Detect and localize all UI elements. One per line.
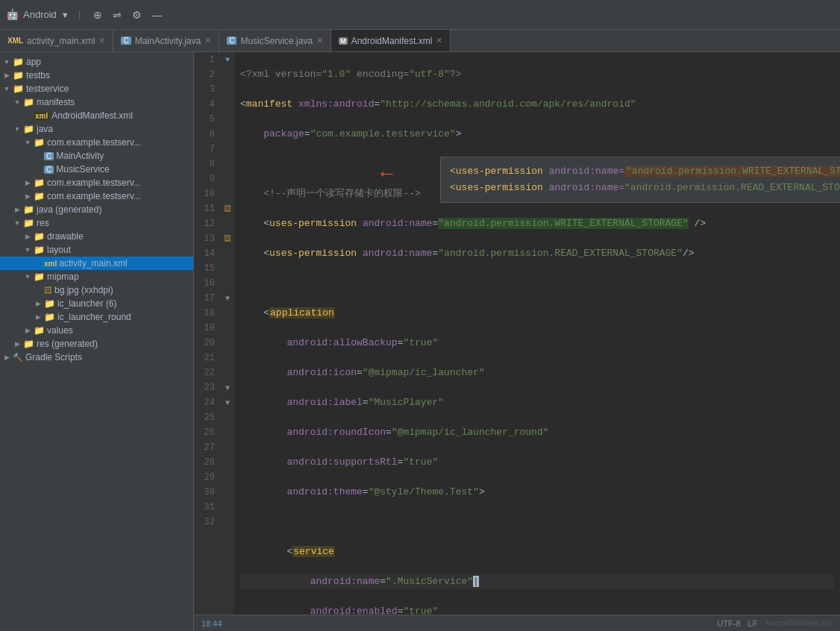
sidebar-item-java[interactable]: ▼ 📁 java: [0, 122, 193, 136]
arrow-app: ▼: [3, 58, 10, 66]
line-numbers: 12345 678910 1112131415 1617181920 21222…: [194, 52, 221, 615]
sidebar-item-res[interactable]: ▼ 📁 res: [0, 216, 193, 230]
activity-xml-icon: xml: [44, 260, 57, 268]
code-line-16: [240, 515, 834, 530]
sidebar-item-java-generated[interactable]: ▶ 📁 java (generated): [0, 203, 193, 216]
arrow-testbs: ▶: [3, 72, 10, 79]
code-line-19: android:enabled="true": [240, 604, 834, 615]
sidebar-item-app[interactable]: ▼ 📁 app: [0, 55, 193, 69]
code-line-3: package="com.example.testservice">: [240, 127, 834, 142]
code-line-17: <service: [240, 544, 834, 559]
arrow-java: ▼: [13, 125, 21, 133]
folder-icon-values: 📁: [34, 325, 45, 336]
sidebar-item-com-testserv1[interactable]: ▼ 📁 com.example.testserv...: [0, 136, 193, 149]
gutter-fold23[interactable]: ▼: [221, 380, 234, 395]
toolbar: 🤖 Android ▼ | ⊕ ⇌ ⚙ —: [0, 0, 840, 30]
sidebar-item-mipmap[interactable]: ▼ 📁 mipmap: [0, 270, 193, 283]
sidebar-label-gradle: Gradle Scripts: [25, 352, 82, 362]
sidebar-item-values[interactable]: ▶ 📁 values: [0, 324, 193, 337]
toolbar-sync-btn[interactable]: ⇌: [110, 7, 125, 22]
sidebar-label-testbs: testbs: [26, 70, 50, 81]
toolbar-settings-btn[interactable]: ⚙: [129, 7, 145, 22]
tab-android-manifest-label: AndroidManifest.xml: [351, 36, 433, 46]
sidebar-label-manifests: manifests: [37, 97, 75, 107]
sidebar-item-layout[interactable]: ▼ 📁 layout: [0, 243, 193, 257]
sidebar-label-android-manifest: AndroidManifest.xml: [51, 110, 133, 121]
folder-icon-mipmap: 📁: [34, 271, 45, 282]
tab-android-manifest[interactable]: M AndroidManifest.xml ✕: [331, 30, 451, 51]
sidebar-label-com1: com.example.testserv...: [47, 137, 141, 148]
sidebar-label-ic-launcher: ic_launcher (6): [57, 298, 116, 309]
folder-icon-java-gen: 📁: [23, 204, 34, 215]
toolbar-add-btn[interactable]: ⊕: [90, 7, 105, 22]
folder-icon-ic-launcher: 📁: [44, 298, 55, 309]
gutter-img11: 🖼: [221, 201, 234, 216]
sidebar-label-bg-jpg: bg.jpg (xxhdpi): [54, 285, 113, 295]
sidebar-item-testservice[interactable]: ▼ 📁 testservice: [0, 82, 193, 95]
gutter-fold-9[interactable]: ▼: [221, 52, 234, 67]
code-line-14: android:supportsRtl="true": [240, 455, 834, 470]
tab-activity-main-close[interactable]: ✕: [98, 36, 105, 45]
tab-main-activity[interactable]: C MainActivity.java ✕: [113, 30, 219, 51]
tab-java-main-icon: C: [121, 37, 131, 45]
tab-music-service[interactable]: C MusicService.java ✕: [219, 30, 331, 51]
tab-main-activity-close[interactable]: ✕: [204, 36, 211, 45]
sidebar-item-ic-launcher[interactable]: ▶ 📁 ic_launcher (6): [0, 297, 193, 310]
sidebar-item-android-manifest[interactable]: xml AndroidManifest.xml: [0, 109, 193, 122]
code-line-2: <manifest xmlns:android="http://schemas.…: [240, 97, 834, 112]
bg-jpg-icon: 🖼: [44, 286, 52, 295]
tab-java-music-icon: C: [227, 37, 236, 45]
editor-wrapper: → <uses-permission android:name="android…: [194, 52, 840, 615]
code-editor[interactable]: <?xml version="1.0" encoding="utf-8"?> <…: [234, 52, 840, 615]
sidebar-item-activity-main-xml[interactable]: xml activity_main.xml: [0, 257, 193, 270]
code-line-10: android:allowBackup="true": [240, 336, 834, 351]
folder-icon-res-gen: 📁: [23, 339, 34, 349]
gutter: ▼ 🖼 🖼 ▼: [221, 52, 234, 615]
arrow-res: ▼: [13, 219, 21, 227]
toolbar-dropdown-arrow[interactable]: ▼: [61, 10, 69, 19]
sidebar-item-main-activity[interactable]: C MainActivity: [0, 149, 193, 163]
sidebar-item-gradle[interactable]: ▶ 🔨 Gradle Scripts: [0, 351, 193, 364]
sidebar-item-testbs[interactable]: ▶ 📁 testbs: [0, 69, 193, 82]
code-line-11: android:icon="@mipmap/ic_launcher": [240, 365, 834, 380]
arrow-java-gen: ▶: [13, 206, 21, 213]
sidebar-item-res-generated[interactable]: ▶ 📁 res (generated): [0, 337, 193, 351]
status-bar: 18:44 UTF-8 LF AndroidManifest.xml: [194, 615, 840, 631]
gutter-fold17[interactable]: ▼: [221, 291, 234, 306]
sidebar-label-mipmap: mipmap: [47, 271, 79, 282]
folder-icon-layout: 📁: [34, 245, 45, 255]
sidebar-label-ic-launcher-round: ic_launcher_round: [57, 312, 131, 322]
sidebar-item-drawable[interactable]: ▶ 📁 drawable: [0, 230, 193, 243]
cursor-position: 18:44: [201, 619, 222, 628]
folder-icon-testbs: 📁: [13, 70, 24, 81]
status-linesep: LF: [748, 619, 758, 628]
tab-music-service-close[interactable]: ✕: [316, 36, 323, 45]
popup-line2: <uses-permission android:name="android.p…: [450, 163, 840, 180]
arrow-testservice: ▼: [3, 85, 10, 92]
sidebar-label-com3: com.example.testserv...: [47, 191, 141, 201]
sidebar-label-layout: layout: [47, 245, 71, 255]
popup-line3: <uses-permission android:name="android.p…: [450, 180, 840, 196]
gutter-fold24[interactable]: ▼: [221, 395, 234, 410]
toolbar-minimize-btn[interactable]: —: [149, 7, 166, 22]
sidebar-label-testservice: testservice: [26, 84, 69, 94]
tab-android-manifest-close[interactable]: ✕: [436, 36, 442, 45]
sidebar-item-ic-launcher-round[interactable]: ▶ 📁 ic_launcher_round: [0, 310, 193, 324]
sidebar-label-values: values: [47, 325, 73, 336]
code-line-18: android:name=".MusicService"|: [240, 574, 834, 589]
toolbar-sep1: |: [77, 9, 83, 20]
arrow-drawable: ▶: [24, 233, 31, 240]
sidebar-label-res-generated: res (generated): [37, 339, 98, 349]
sidebar-item-com-testserv3[interactable]: ▶ 📁 com.example.testserv...: [0, 189, 193, 203]
folder-icon-testservice: 📁: [13, 84, 24, 94]
folder-icon-com3: 📁: [34, 191, 45, 201]
sidebar-item-music-service[interactable]: C MusicService: [0, 163, 193, 176]
arrow-layout: ▼: [24, 246, 31, 254]
sidebar-item-manifests[interactable]: ▼ 📁 manifests: [0, 95, 193, 109]
sidebar-label-drawable: drawable: [47, 231, 84, 242]
sidebar-item-bg-jpg[interactable]: 🖼 bg.jpg (xxhdpi): [0, 283, 193, 297]
sidebar-item-com-testserv2[interactable]: ▶ 📁 com.example.testserv...: [0, 176, 193, 189]
folder-icon-com1: 📁: [34, 137, 45, 148]
gradle-icon: 🔨: [13, 353, 23, 362]
tab-activity-main[interactable]: XML activity_main.xml ✕: [0, 30, 113, 51]
